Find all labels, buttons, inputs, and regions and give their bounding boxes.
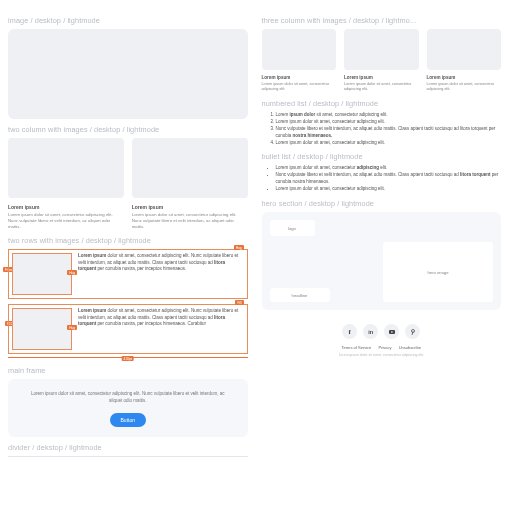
label-two-rows: two rows with images / desktop / lightmo… bbox=[8, 236, 248, 245]
bullet-list[interactable]: Lorem ipsum dolor sit amet, consectetur … bbox=[262, 165, 502, 193]
social-row: f in bbox=[262, 324, 502, 339]
label-numbered: numbered list / desktop / lightmode bbox=[262, 99, 502, 108]
label-three-col: three column with images / desktop / lig… bbox=[262, 16, 502, 25]
two-col-item[interactable]: Lorem ipsum Lorem ipsum dolor sit amet, … bbox=[132, 138, 248, 230]
label-image: image / desktop / lightmode bbox=[8, 16, 248, 25]
right-column: three column with images / desktop / lig… bbox=[262, 10, 502, 502]
label-two-col: two column with images / desktop / light… bbox=[8, 125, 248, 134]
footer-subtext: Lorem ipsum dolor sit amet, consectetur … bbox=[262, 353, 502, 358]
facebook-icon[interactable]: f bbox=[342, 324, 357, 339]
two-row-text: Lorem ipsum dolor sit amet, consectetur … bbox=[78, 253, 244, 295]
list-item: Lorem ipsum dolor sit amet, consectetur … bbox=[276, 165, 502, 172]
main-frame[interactable]: Lorem ipsum dolor sit amet, consectetur … bbox=[8, 379, 248, 437]
footer-link-unsubscribe[interactable]: Unsubscribe bbox=[399, 345, 421, 350]
divider-line bbox=[8, 456, 248, 457]
two-row-image: Hug bbox=[12, 308, 72, 350]
list-item: Lorem ipsum dolor sit amet, consectetur … bbox=[276, 186, 502, 193]
footer: f in Terms of Service Privacy Unsubscrib… bbox=[262, 324, 502, 358]
hero-section[interactable]: logo headline hero image bbox=[262, 212, 502, 310]
two-rows-container: Fixed F10px Hug Hug Lorem ipsum dolor si… bbox=[8, 249, 248, 354]
list-item: Lorem ipsum dolor sit amet, consectetur … bbox=[276, 112, 502, 119]
linkedin-icon[interactable]: in bbox=[363, 324, 378, 339]
two-row-item[interactable]: Hug Hug Lorem ipsum dolor sit amet, cons… bbox=[8, 249, 248, 299]
tag-hug: Hug bbox=[234, 245, 244, 250]
main-frame-body: Lorem ipsum dolor sit amet, consectetur … bbox=[26, 391, 230, 405]
three-col-item[interactable]: Lorem ipsum Lorem ipsum dolor sit amet, … bbox=[262, 29, 337, 93]
tag-fill: Fill bbox=[235, 300, 243, 305]
list-item: Nunc vulputate libero et velit interdum,… bbox=[276, 126, 502, 140]
three-col-item[interactable]: Lorem ipsum Lorem ipsum dolor sit amet, … bbox=[344, 29, 419, 93]
tag-hug-inner: Hug bbox=[67, 270, 77, 275]
two-col-body: Lorem ipsum dolor sit amet, consectetur … bbox=[132, 212, 248, 230]
three-col-body: Lorem ipsum dolor sit amet, consectetur … bbox=[262, 82, 337, 93]
label-hero: hero section / desktop / lightmode bbox=[262, 199, 502, 208]
two-row-text: Lorem ipsum dolor sit amet, consectetur … bbox=[78, 308, 244, 350]
dimension-label: 410px bbox=[121, 356, 134, 361]
three-column-row: Lorem ipsum Lorem ipsum dolor sit amet, … bbox=[262, 29, 502, 93]
list-item: Lorem ipsum dolor sit amet, consectetur … bbox=[276, 140, 502, 147]
footer-link-tos[interactable]: Terms of Service bbox=[342, 345, 372, 350]
three-col-title: Lorem ipsum bbox=[427, 75, 502, 80]
hero-headline: headline bbox=[270, 288, 330, 302]
list-item: Nunc vulputate libero et velit interdum,… bbox=[276, 172, 502, 186]
tag-hug-inner: Hug bbox=[67, 325, 77, 330]
footer-links: Terms of Service Privacy Unsubscribe bbox=[262, 345, 502, 350]
three-col-body: Lorem ipsum dolor sit amet, consectetur … bbox=[427, 82, 502, 93]
hero-image: hero image bbox=[383, 242, 493, 302]
youtube-icon[interactable] bbox=[384, 324, 399, 339]
primary-button[interactable]: Button bbox=[110, 413, 146, 427]
two-col-body: Lorem ipsum dolor sit amet, consectetur … bbox=[8, 212, 124, 230]
three-col-image bbox=[262, 29, 337, 70]
two-col-title: Lorem ipsum bbox=[8, 204, 124, 210]
two-col-title: Lorem ipsum bbox=[132, 204, 248, 210]
two-col-image bbox=[132, 138, 248, 198]
label-bullet: bullet list / desktop / lightmode bbox=[262, 152, 502, 161]
hero-logo: logo bbox=[270, 220, 315, 236]
left-column: image / desktop / lightmode two column w… bbox=[8, 10, 248, 502]
two-row-image: Hug bbox=[12, 253, 72, 295]
footer-link-privacy[interactable]: Privacy bbox=[378, 345, 391, 350]
three-col-image bbox=[427, 29, 502, 70]
pinterest-icon[interactable] bbox=[405, 324, 420, 339]
three-col-item[interactable]: Lorem ipsum Lorem ipsum dolor sit amet, … bbox=[427, 29, 502, 93]
three-col-image bbox=[344, 29, 419, 70]
two-row-item[interactable]: Fill Hug Lorem ipsum dolor sit amet, con… bbox=[8, 304, 248, 354]
list-item: Lorem ipsum dolor sit amet, consectetur … bbox=[276, 119, 502, 126]
label-divider: divider / dekstop / lightmode bbox=[8, 443, 248, 452]
label-main-frame: main frame bbox=[8, 366, 248, 375]
three-col-title: Lorem ipsum bbox=[344, 75, 419, 80]
three-col-title: Lorem ipsum bbox=[262, 75, 337, 80]
two-column-row: Lorem ipsum Lorem ipsum dolor sit amet, … bbox=[8, 138, 248, 230]
two-col-image bbox=[8, 138, 124, 198]
hero-row: headline hero image bbox=[270, 242, 494, 302]
numbered-list[interactable]: Lorem ipsum dolor sit amet, consectetur … bbox=[262, 112, 502, 147]
image-placeholder[interactable] bbox=[8, 29, 248, 119]
two-col-item[interactable]: Lorem ipsum Lorem ipsum dolor sit amet, … bbox=[8, 138, 124, 230]
hero-left: headline bbox=[270, 242, 378, 302]
three-col-body: Lorem ipsum dolor sit amet, consectetur … bbox=[344, 82, 419, 93]
